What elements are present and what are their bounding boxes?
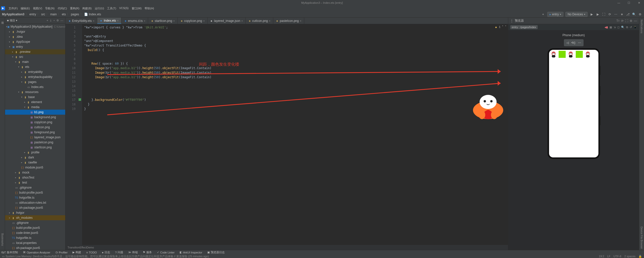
tree-arrow-icon[interactable]: ▸ xyxy=(9,30,12,33)
device-combo[interactable]: No Devices ▾ xyxy=(565,12,588,17)
back-icon[interactable]: ◁ xyxy=(566,41,569,45)
breadcrumb-item[interactable]: entry xyxy=(29,13,36,16)
bottom-tab[interactable]: ⌘Operation Analyzer xyxy=(20,251,53,254)
menu-item[interactable]: 导航(N) xyxy=(44,7,56,10)
menu-item[interactable]: 编辑(E) xyxy=(19,7,31,10)
tree-row[interactable]: ▦copyIcon.png xyxy=(5,120,65,125)
tree-arrow-icon[interactable]: ▾ xyxy=(24,106,27,108)
menu-item[interactable]: 运行(U) xyxy=(93,7,106,10)
tree-row[interactable]: ▦startIcon.png xyxy=(5,145,65,150)
bottom-tab[interactable]: ▶构建 xyxy=(70,250,84,254)
preview-grid-icon[interactable]: ▦ xyxy=(609,26,612,29)
minimize-button[interactable]: — xyxy=(614,0,624,6)
tree-row[interactable]: ▸▮dark xyxy=(5,155,65,160)
tree-row[interactable]: TShvigorfile.ts xyxy=(5,195,65,200)
tree-row[interactable]: { }build-profile.json5 xyxy=(5,225,65,230)
rotate-device-icon[interactable]: ⟲▯ xyxy=(571,41,575,45)
tree-arrow-icon[interactable]: ▸ xyxy=(15,176,18,179)
tree-arrow-icon[interactable]: ▾ xyxy=(18,66,21,68)
tree-row[interactable]: { }oh-package.json5 xyxy=(5,205,65,210)
menu-item[interactable]: VCS(S) xyxy=(118,7,130,10)
tree-arrow-icon[interactable]: ▾ xyxy=(21,81,24,83)
tree-row[interactable]: ▾▮src xyxy=(5,54,65,59)
select-opened-file-icon[interactable]: ⌖ xyxy=(47,19,48,22)
tree-row[interactable]: ▸▮oh_modules xyxy=(5,215,65,220)
tree-row[interactable]: ▾▮base xyxy=(5,95,65,100)
coverage-icon[interactable]: ⛶ xyxy=(602,12,606,16)
menu-item[interactable]: 文件(F) xyxy=(7,7,19,10)
tree-row[interactable]: ▦background.png xyxy=(5,115,65,120)
editor-breadcrumb[interactable]: TransitionEffectDemo xyxy=(65,245,508,250)
tree-arrow-icon[interactable]: ▾ xyxy=(9,46,12,48)
editor-tab[interactable]: ◆startIcon.png× xyxy=(148,18,178,24)
close-icon[interactable]: × xyxy=(117,19,119,22)
close-button[interactable]: ✕ xyxy=(634,0,644,6)
menu-item[interactable]: 视图(V) xyxy=(31,7,44,10)
code-editor[interactable]: "kw">import { curves } "kw">from '@kit.A… xyxy=(82,24,508,245)
tree-arrow-icon[interactable]: ▸ xyxy=(12,51,15,53)
settings-icon[interactable]: ⚙ xyxy=(638,12,642,16)
preview-hide-icon[interactable]: — xyxy=(634,19,637,23)
indent[interactable]: 2 spaces xyxy=(624,255,635,258)
bottom-tab[interactable]: ✓Code Linter xyxy=(154,251,177,254)
menu-item[interactable]: 重构(R) xyxy=(69,7,81,10)
tree-arrow-icon[interactable]: ▸ xyxy=(24,151,27,154)
editor-tab[interactable]: ◆layered_image.json× xyxy=(208,18,246,24)
tree-row[interactable]: ▸▮ohosTest xyxy=(5,175,65,180)
preview-gear-icon[interactable]: ⚙ xyxy=(630,19,632,23)
tree-row[interactable]: ▭obfuscation-rules.txt xyxy=(5,200,65,205)
close-icon[interactable]: × xyxy=(93,19,94,22)
tree-row[interactable]: ▭.gitignore xyxy=(5,220,65,225)
tree-arrow-icon[interactable]: ▾ xyxy=(12,56,15,58)
caret-pos[interactable]: 19:2 xyxy=(599,255,604,258)
tree-row[interactable]: ▦cutIcon.png xyxy=(5,125,65,130)
preview-path[interactable]: entry : /pages/Index xyxy=(510,25,538,29)
tree-row[interactable]: ▸▮hvigor xyxy=(5,210,65,215)
project-toolwindow-button[interactable]: 项目 xyxy=(1,19,4,21)
bottom-tab[interactable]: ≡TODO xyxy=(84,251,99,254)
tree-row[interactable]: { }module.json5 xyxy=(5,165,65,170)
tree-row[interactable]: ▸▮entryability xyxy=(5,69,65,74)
menu-item[interactable]: 构建(B) xyxy=(81,7,93,10)
preview-zoom-icon[interactable]: 🔍 xyxy=(621,26,625,29)
tree-row[interactable]: { }oh-package.json5 xyxy=(5,245,65,250)
tree-row[interactable]: ▭Index.ets xyxy=(5,84,65,90)
tree-arrow-icon[interactable]: ▸ xyxy=(21,156,24,159)
tree-row[interactable]: ▸▮element xyxy=(5,100,65,105)
phone-screen[interactable] xyxy=(549,50,598,157)
refresh-icon[interactable]: ⟳ xyxy=(608,12,612,16)
bookmarks-toolwindow-button[interactable]: Bookmarks xyxy=(1,232,4,247)
preview-expand-icon[interactable]: ⛶ xyxy=(625,19,628,23)
preview-prev-icon[interactable]: ◀▮ xyxy=(604,26,608,29)
run-gutter-icon[interactable] xyxy=(79,98,81,101)
tree-row[interactable]: ▭.gitignore xyxy=(5,185,65,190)
tree-arrow-icon[interactable]: ▸ xyxy=(9,211,12,214)
divide-icon[interactable]: ÷ xyxy=(53,19,55,22)
bottom-tab[interactable]: ?问题 xyxy=(113,250,126,254)
menu-item[interactable]: 帮助(H) xyxy=(143,7,155,10)
preview-menu-icon[interactable]: ⋮ xyxy=(510,19,513,23)
warning-icon[interactable]: ▲ xyxy=(495,25,497,28)
tree-arrow-icon[interactable]: ▸ xyxy=(21,76,24,78)
breadcrumb-item[interactable]: src xyxy=(41,13,45,16)
stop-icon[interactable]: ■ xyxy=(620,12,624,16)
breadcrumb-item[interactable]: main xyxy=(50,13,57,16)
tree-arrow-icon[interactable]: ▾ xyxy=(15,61,18,63)
preview-phone-icon[interactable]: 📱 xyxy=(633,26,637,29)
status-min-icon[interactable]: ▭ xyxy=(2,255,5,258)
close-icon[interactable]: × xyxy=(300,19,301,22)
bottom-tab[interactable]: ⚑服务 xyxy=(140,250,154,254)
tree-row[interactable]: ▾▣entry xyxy=(5,44,65,49)
project-tree[interactable]: ▾▣MyApplication3 [MyApplication]C:\Users… xyxy=(5,24,65,250)
close-icon[interactable]: × xyxy=(241,19,243,22)
editor-tab[interactable]: ◆cutIcon.png× xyxy=(246,18,273,24)
bottom-tab[interactable]: ●日志 xyxy=(99,250,113,254)
tree-row[interactable]: ▸▮entrybackupability xyxy=(5,74,65,79)
tree-arrow-icon[interactable]: ▸ xyxy=(21,161,24,164)
line-sep[interactable]: LF xyxy=(607,255,611,258)
search-icon[interactable]: 🔍 xyxy=(632,12,636,16)
editor-tab[interactable]: ◆enums.d.ts× xyxy=(121,18,148,24)
tree-arrow-icon[interactable]: ▸ xyxy=(9,40,12,43)
status-lock-icon[interactable]: 🔒 xyxy=(638,255,642,258)
preview-tt-icon[interactable]: Tт xyxy=(616,19,620,23)
